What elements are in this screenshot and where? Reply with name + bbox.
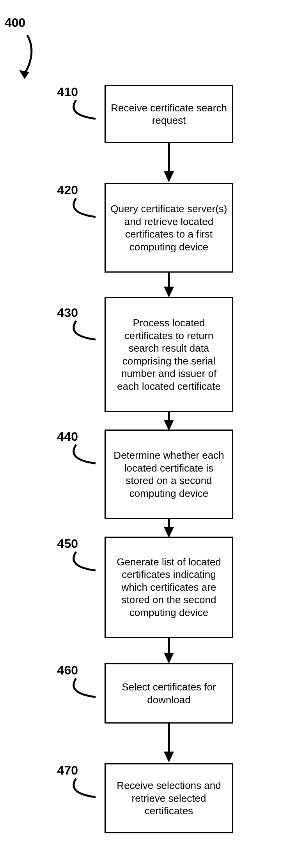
svg-marker-0 xyxy=(19,70,29,79)
svg-marker-2 xyxy=(164,171,174,182)
svg-marker-4 xyxy=(164,287,174,298)
flow-box-450: Generate list of located certificates in… xyxy=(105,537,233,638)
step-pointer-430 xyxy=(62,320,101,343)
flow-arrow xyxy=(163,519,175,539)
step-label-440: 440 xyxy=(51,430,78,444)
flow-arrow xyxy=(163,412,175,431)
flow-box-470: Receive selections and retrieve selected… xyxy=(105,763,233,833)
svg-marker-6 xyxy=(164,420,174,431)
svg-marker-8 xyxy=(164,527,174,538)
flowchart-canvas: 400 410 Receive certificate search reque… xyxy=(0,0,289,868)
flowchart-main-label: 400 xyxy=(5,16,25,30)
step-label-430: 430 xyxy=(51,306,78,320)
flow-arrow xyxy=(163,273,175,299)
flow-box-440: Determine whether each located certifica… xyxy=(105,430,233,519)
step-label-410: 410 xyxy=(51,85,78,99)
step-pointer-460 xyxy=(62,678,101,701)
flow-arrow xyxy=(163,724,175,764)
flow-box-420: Query certificate server(s) and retrieve… xyxy=(105,183,233,273)
step-pointer-410 xyxy=(62,99,101,123)
step-label-420: 420 xyxy=(51,183,78,197)
main-label-pointer xyxy=(14,33,41,84)
step-pointer-440 xyxy=(62,444,101,467)
svg-marker-12 xyxy=(164,752,174,762)
step-label-470: 470 xyxy=(51,763,78,778)
flow-box-430: Process located certificates to return s… xyxy=(105,297,233,412)
flow-arrow xyxy=(163,638,175,665)
flow-box-text: Determine whether each located certifica… xyxy=(110,449,228,500)
flow-box-text: Receive certificate search request xyxy=(110,102,228,127)
flow-box-text: Select certificates for download xyxy=(110,681,228,706)
flow-box-text: Process located certificates to return s… xyxy=(110,317,228,393)
flow-box-410: Receive certificate search request xyxy=(105,85,233,143)
step-pointer-420 xyxy=(62,197,101,221)
flow-box-text: Receive selections and retrieve selected… xyxy=(110,779,228,817)
step-label-460: 460 xyxy=(51,663,78,678)
flow-arrow xyxy=(163,143,175,184)
step-pointer-470 xyxy=(62,778,101,801)
step-pointer-450 xyxy=(62,551,101,574)
svg-marker-10 xyxy=(164,653,174,664)
flow-box-text: Generate list of located certificates in… xyxy=(110,556,228,619)
flow-box-text: Query certificate server(s) and retrieve… xyxy=(110,202,228,253)
flow-box-460: Select certificates for download xyxy=(105,663,233,724)
step-label-450: 450 xyxy=(51,537,78,551)
